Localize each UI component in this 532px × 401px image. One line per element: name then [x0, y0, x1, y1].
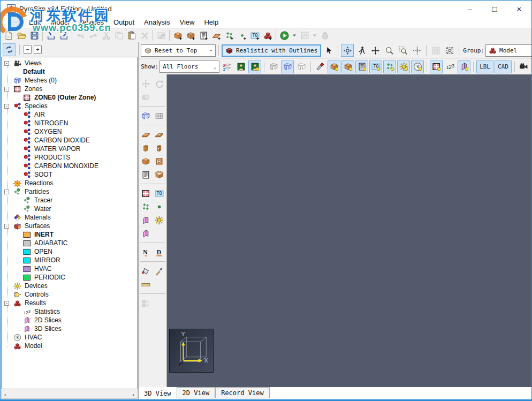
scroll-right-arrow[interactable]: ›	[132, 391, 134, 398]
tree-item-species[interactable]: -Species	[2, 102, 137, 110]
close-button[interactable]: ×	[507, 1, 531, 17]
render-mode-combo[interactable]: Realistic with Outlines	[222, 44, 321, 57]
menu-help[interactable]: Help	[199, 17, 223, 27]
collapse-expander[interactable]: -	[4, 87, 9, 92]
tree-item-nitrogen[interactable]: NITROGEN	[2, 119, 137, 127]
block-frame-button[interactable]	[153, 155, 166, 168]
tab-record-view[interactable]: Record View	[215, 387, 269, 398]
minimize-button[interactable]: –	[458, 1, 482, 17]
grid-button[interactable]	[153, 109, 166, 122]
collapse-expander[interactable]: -	[4, 104, 9, 109]
menu-devices[interactable]: Devices	[74, 17, 109, 27]
dropper-button[interactable]	[153, 264, 166, 277]
collapse-expander[interactable]: -	[4, 301, 9, 306]
tree-item-results[interactable]: -Results	[2, 299, 137, 307]
file-button[interactable]	[2, 29, 15, 42]
cad-button[interactable]: CAD	[495, 60, 512, 73]
3d-viewport[interactable]: Y X Z	[167, 74, 531, 387]
tree-item-soot[interactable]: SOOT	[2, 170, 137, 179]
walk-button[interactable]	[355, 44, 368, 57]
tree-item-particles[interactable]: -Particles	[2, 187, 137, 196]
pan-button[interactable]	[369, 44, 382, 57]
device-button[interactable]	[153, 214, 166, 226]
tree-item-mirror[interactable]: MIRROR	[2, 256, 137, 264]
menu-file[interactable]: File	[3, 17, 24, 27]
hole-visibility-button[interactable]	[341, 60, 354, 73]
slice-button[interactable]	[140, 227, 153, 240]
tree-item-water[interactable]: Water	[2, 205, 137, 213]
tree-item-adiabatic[interactable]: ADIABATIC	[2, 239, 137, 247]
zoom-center-button[interactable]	[411, 44, 423, 57]
tree-item-materials[interactable]: Materials	[2, 213, 137, 222]
tree-item-oxygen[interactable]: OXYGEN	[2, 127, 137, 136]
tree-item-meshes-0[interactable]: Meshes (0)	[2, 76, 137, 85]
knife-button[interactable]	[314, 60, 326, 73]
particles-visibility-button[interactable]	[383, 60, 396, 73]
bucket-button[interactable]	[140, 264, 153, 277]
tree-item-inert[interactable]: INERT	[2, 230, 137, 239]
slice-visibility-button[interactable]	[458, 60, 470, 73]
new-particles-button[interactable]	[223, 29, 235, 42]
tree-item-hvac[interactable]: HVAC	[2, 333, 137, 342]
maximize-button[interactable]: □	[482, 1, 507, 17]
tree-item-default[interactable]: Default	[2, 67, 137, 76]
run-button[interactable]	[278, 29, 291, 42]
slice-button[interactable]	[140, 214, 153, 226]
n-button[interactable]: N	[140, 246, 153, 259]
tree-item-tracer[interactable]: Tracer	[2, 196, 137, 205]
zoom-box-button[interactable]	[397, 44, 409, 57]
tree-item-open[interactable]: OPEN	[2, 247, 137, 256]
new-to-button[interactable]: TO	[248, 29, 261, 42]
camera-button[interactable]	[518, 60, 530, 73]
wall-button[interactable]	[140, 141, 153, 154]
new-vent-button[interactable]	[210, 29, 223, 42]
collapse-expander[interactable]: -	[4, 224, 9, 229]
collapse-expander[interactable]: -	[4, 190, 9, 194]
actor-visibility-button[interactable]	[248, 60, 261, 73]
new-notes-button[interactable]	[197, 29, 210, 42]
tree-item-carbon-monoxide[interactable]: CARBON MONOXIDE	[2, 162, 137, 170]
group-combo[interactable]: Model ⌄	[485, 44, 532, 57]
zoom-button[interactable]	[383, 44, 396, 57]
meshg-button[interactable]	[267, 60, 280, 73]
tree-item-air[interactable]: AIR	[2, 110, 137, 119]
menu-analysis[interactable]: Analysis	[139, 17, 174, 27]
menu-view[interactable]: View	[174, 17, 199, 27]
tree-item-3d-slices[interactable]: 3D Slices	[2, 324, 137, 333]
reset-view-combo[interactable]: Reset to Top ▾	[141, 44, 216, 57]
tree-item-periodic[interactable]: PERIODIC	[2, 273, 137, 282]
scroll-left-arrow[interactable]: ‹	[4, 391, 6, 398]
save-button[interactable]	[28, 29, 41, 42]
export-button[interactable]	[57, 29, 70, 42]
tree-item-2d-slices[interactable]: 2D Slices	[2, 316, 137, 324]
tree-item-surfaces[interactable]: -Surfaces	[2, 222, 137, 230]
show-floors-combo[interactable]: All Floors ⌄	[159, 60, 219, 73]
dot-button[interactable]	[153, 200, 166, 213]
tree-item-devices[interactable]: Devices	[2, 282, 137, 290]
tree-item-zone0-outer-zone[interactable]: ZONE0 (Outer Zone)	[2, 93, 137, 102]
menu-output[interactable]: Output	[109, 17, 139, 27]
notes-button[interactable]	[140, 168, 153, 181]
particles-button[interactable]	[140, 200, 153, 213]
open-box-button[interactable]	[153, 168, 166, 181]
to-visibility-button[interactable]: TO	[369, 60, 382, 73]
open-button[interactable]	[15, 29, 28, 42]
to-button[interactable]: TO	[153, 187, 166, 200]
orbit-button[interactable]	[341, 44, 354, 57]
menu-model[interactable]: Model	[45, 17, 74, 27]
tree-item-hvac[interactable]: HVAC	[2, 264, 137, 273]
notes-visibility-button[interactable]	[355, 60, 368, 73]
actor-button[interactable]	[234, 60, 247, 73]
fit-view-button[interactable]	[443, 44, 456, 57]
device-visibility-button[interactable]	[397, 60, 410, 73]
tree-item-reactions[interactable]: Reactions	[2, 179, 137, 187]
zone-button[interactable]	[140, 187, 153, 200]
collapse-expander[interactable]: -	[4, 61, 9, 66]
block-visibility-button[interactable]	[328, 60, 340, 73]
slab-button[interactable]	[140, 128, 153, 141]
meshw-button[interactable]	[295, 60, 308, 73]
new-block-button[interactable]	[171, 29, 184, 42]
tree-item-zones[interactable]: -Zones	[2, 85, 137, 93]
new-particle-button[interactable]	[235, 29, 248, 42]
meshb-button[interactable]	[281, 60, 294, 73]
